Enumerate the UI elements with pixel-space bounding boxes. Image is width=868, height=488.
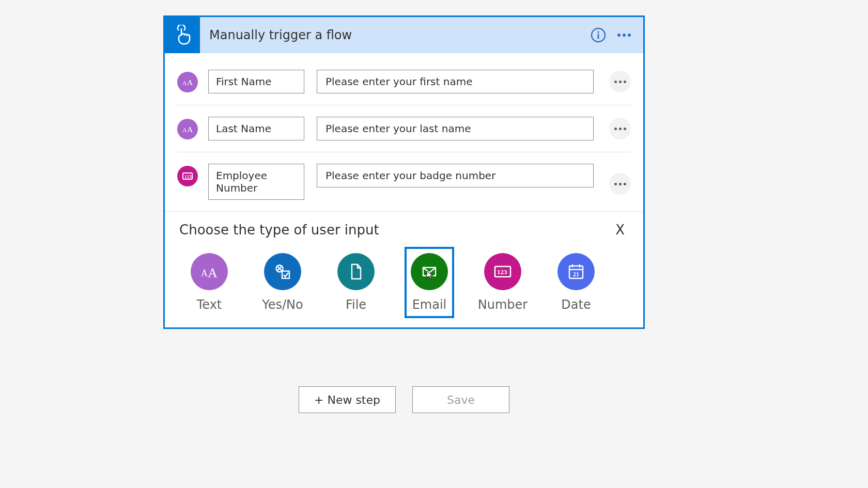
input-row: 123 Employee Number Please enter your ba… bbox=[177, 152, 631, 211]
trigger-menu-button[interactable] bbox=[611, 22, 637, 48]
svg-text:A: A bbox=[201, 268, 208, 278]
input-description-field[interactable]: Please enter your last name bbox=[317, 117, 594, 140]
input-type-yesno[interactable]: Yes/No bbox=[258, 247, 307, 318]
svg-text:A: A bbox=[187, 125, 193, 134]
input-type-file[interactable]: File bbox=[331, 247, 381, 318]
file-icon bbox=[337, 253, 375, 290]
ellipsis-icon bbox=[614, 183, 626, 185]
type-label: File bbox=[346, 297, 366, 312]
manual-trigger-icon bbox=[165, 17, 200, 53]
trigger-title: Manually trigger a flow bbox=[200, 28, 585, 42]
text-type-icon: AA bbox=[177, 72, 198, 92]
input-name-field[interactable]: First Name bbox=[208, 70, 304, 93]
input-type-tiles: AA Text Yes/No bbox=[179, 238, 629, 318]
svg-text:A: A bbox=[182, 127, 187, 134]
input-name-field[interactable]: Last Name bbox=[208, 117, 304, 140]
input-type-email[interactable]: Email bbox=[405, 247, 454, 318]
input-name-field[interactable]: Employee Number bbox=[208, 164, 304, 200]
yesno-icon bbox=[264, 253, 301, 290]
type-label: Yes/No bbox=[262, 297, 303, 312]
input-row-menu-button[interactable] bbox=[609, 118, 631, 139]
type-label: Email bbox=[412, 297, 447, 312]
text-icon: AA bbox=[191, 253, 228, 290]
input-row-menu-button[interactable] bbox=[609, 173, 631, 195]
info-button[interactable] bbox=[585, 22, 611, 48]
svg-marker-16 bbox=[427, 271, 433, 279]
type-label: Text bbox=[197, 297, 222, 312]
trigger-card-header[interactable]: Manually trigger a flow bbox=[165, 17, 643, 53]
trigger-inputs-section: AA First Name Please enter your first na… bbox=[165, 53, 643, 211]
input-type-chooser: Choose the type of user input X AA Text bbox=[165, 211, 643, 327]
designer-bottom-buttons: + New step Save bbox=[299, 386, 509, 413]
number-icon: 123 bbox=[484, 253, 521, 290]
ellipsis-icon bbox=[614, 128, 626, 130]
type-label: Number bbox=[478, 297, 528, 312]
svg-rect-2 bbox=[598, 34, 599, 39]
ellipsis-icon bbox=[617, 34, 631, 37]
input-row: AA Last Name Please enter your last name bbox=[177, 105, 631, 152]
input-description-field[interactable]: Please enter your first name bbox=[317, 70, 594, 93]
svg-text:A: A bbox=[187, 78, 193, 87]
svg-point-1 bbox=[597, 31, 599, 33]
ellipsis-icon bbox=[614, 81, 626, 83]
trigger-card: Manually trigger a flow AA First Name Pl… bbox=[163, 15, 645, 329]
cursor-icon bbox=[426, 270, 435, 279]
input-description-field[interactable]: Please enter your badge number bbox=[317, 164, 594, 187]
input-row-menu-button[interactable] bbox=[609, 71, 631, 92]
chooser-title: Choose the type of user input bbox=[179, 222, 379, 238]
svg-text:123: 123 bbox=[497, 268, 507, 276]
new-step-button[interactable]: + New step bbox=[299, 386, 396, 413]
save-button[interactable]: Save bbox=[412, 386, 509, 413]
email-icon bbox=[411, 253, 448, 290]
svg-text:A: A bbox=[182, 80, 187, 87]
svg-text:123: 123 bbox=[184, 174, 192, 179]
input-row: AA First Name Please enter your first na… bbox=[177, 58, 631, 105]
flow-designer-canvas: Manually trigger a flow AA First Name Pl… bbox=[163, 15, 645, 329]
number-type-icon: 123 bbox=[177, 166, 198, 186]
info-icon bbox=[590, 27, 607, 43]
date-icon: 21 bbox=[557, 253, 595, 290]
input-type-text[interactable]: AA Text bbox=[184, 247, 234, 318]
input-type-number[interactable]: 123 Number bbox=[478, 247, 528, 318]
svg-text:21: 21 bbox=[573, 271, 579, 278]
text-type-icon: AA bbox=[177, 119, 198, 139]
input-type-date[interactable]: 21 Date bbox=[551, 247, 601, 318]
svg-rect-14 bbox=[282, 271, 289, 278]
chooser-close-button[interactable]: X bbox=[611, 222, 629, 238]
type-label: Date bbox=[561, 297, 591, 312]
svg-text:A: A bbox=[208, 265, 218, 280]
